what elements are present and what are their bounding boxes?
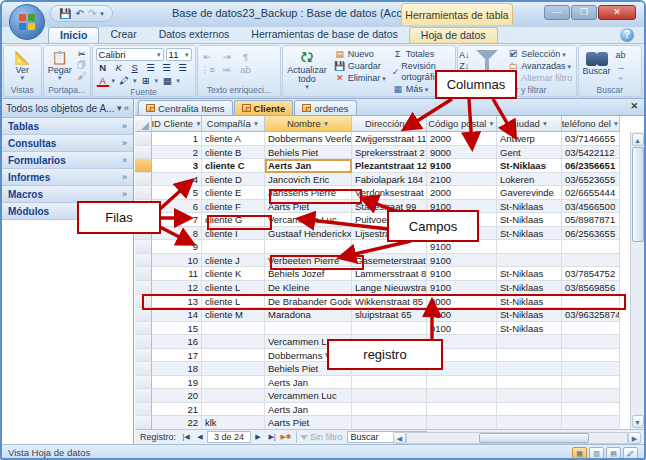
table-cell[interactable] <box>202 389 265 403</box>
table-cell[interactable]: Aerts Jan <box>265 403 352 417</box>
next-record-icon[interactable]: ▶ <box>251 431 265 443</box>
highlight-icon[interactable]: ab <box>239 63 253 76</box>
expand-chevron-icon[interactable]: » <box>122 172 127 182</box>
table-cell[interactable] <box>562 362 620 376</box>
sort-ascending-icon[interactable]: A↓ <box>458 49 470 60</box>
table-cell[interactable]: 17 <box>152 349 202 363</box>
table-cell[interactable]: 13 <box>152 295 202 309</box>
sidebar-item-formularios[interactable]: Formularios» <box>2 152 133 169</box>
row-selector[interactable] <box>135 389 152 403</box>
table-cell[interactable] <box>265 240 352 254</box>
table-cell[interactable]: 2 <box>152 146 202 160</box>
table-cell[interactable] <box>202 240 265 254</box>
table-cell[interactable]: cliente D <box>202 173 265 187</box>
scroll-left-icon[interactable]: ◀ <box>393 432 406 444</box>
document-tab-ordenes[interactable]: ordenes <box>294 100 356 115</box>
table-cell[interactable]: 16 <box>152 335 202 349</box>
horizontal-scroll-thumb[interactable] <box>479 433 589 443</box>
table-cell[interactable] <box>497 240 562 254</box>
table-cell[interactable] <box>497 254 562 268</box>
align-center-icon[interactable]: ☰ <box>160 61 174 74</box>
row-selector[interactable] <box>135 322 152 336</box>
table-cell[interactable]: cliente A <box>202 132 265 146</box>
table-cell[interactable]: 11 <box>152 267 202 281</box>
row-selector[interactable] <box>135 376 152 390</box>
table-cell[interactable]: Fabiolapark 184 <box>352 173 427 187</box>
table-cell[interactable] <box>427 389 497 403</box>
table-cell[interactable]: De Brabander Godeli <box>265 295 352 309</box>
table-cell[interactable]: 4 <box>152 173 202 187</box>
fill-color-icon[interactable]: 🖍 <box>117 74 131 87</box>
table-cell[interactable]: Vercammen Luc <box>265 389 352 403</box>
table-cell[interactable]: 21 <box>152 403 202 417</box>
cut-icon[interactable]: ✂ <box>76 48 88 59</box>
toggle-filter-button[interactable]: Alternar filtro <box>521 73 572 84</box>
bulleted-list-icon[interactable]: ≔ <box>220 63 234 76</box>
table-cell[interactable]: 9100 <box>427 322 497 336</box>
table-cell[interactable]: 03/5422112 <box>562 146 620 160</box>
table-cell[interactable] <box>562 376 620 390</box>
help-icon[interactable]: ? <box>620 28 634 42</box>
column-dropdown-icon[interactable]: ▼ <box>195 120 201 127</box>
row-selector[interactable] <box>135 295 152 309</box>
table-cell[interactable]: St-Niklaas <box>497 281 562 295</box>
table-cell[interactable] <box>352 322 427 336</box>
table-cell[interactable]: St-Niklaas <box>497 267 562 281</box>
table-cell[interactable]: Aerts Jan <box>265 376 352 390</box>
qat-dropdown-icon[interactable]: ▾ <box>100 10 104 18</box>
row-selector[interactable] <box>135 159 152 173</box>
previous-record-icon[interactable]: ◀ <box>193 431 207 443</box>
table-cell[interactable]: 22 <box>152 416 202 429</box>
table-cell[interactable]: Verbeeten Pierre <box>265 254 352 268</box>
table-cell[interactable]: sluipstraat 65 <box>352 308 427 322</box>
table-cell[interactable]: 18 <box>152 362 202 376</box>
select-icon[interactable]: ⌖ <box>615 73 627 84</box>
table-cell[interactable] <box>497 403 562 417</box>
filter-status[interactable]: Sin filtro <box>300 432 343 442</box>
column-header-id-cliente[interactable]: ID Cliente▼ <box>152 116 202 132</box>
table-cell[interactable]: 03/96325874 <box>562 308 620 322</box>
table-cell[interactable]: Lammersstraat 89 <box>352 267 427 281</box>
save-record-button[interactable]: Guardar <box>348 61 381 72</box>
paste-button[interactable]: 📋 Pegar▾ <box>44 46 76 81</box>
close-button[interactable]: ✕ <box>598 5 636 20</box>
document-tab-cliente[interactable]: Cliente <box>234 100 294 115</box>
table-cell[interactable]: cliente G <box>202 213 265 227</box>
table-cell[interactable]: Gasemeterstraat 1 <box>352 254 427 268</box>
table-cell[interactable] <box>202 349 265 363</box>
table-cell[interactable] <box>497 376 562 390</box>
table-cell[interactable]: 03/7146655 <box>562 132 620 146</box>
table-cell[interactable]: De Kleine <box>265 281 352 295</box>
scroll-up-icon[interactable]: ▲ <box>632 133 644 146</box>
decrease-indent-icon[interactable]: ⇤ <box>201 50 215 63</box>
save-icon[interactable]: 💾 <box>59 8 71 19</box>
more-button[interactable]: Más <box>406 84 423 95</box>
copy-icon[interactable]: 🗍 <box>76 59 88 70</box>
table-cell[interactable] <box>562 389 620 403</box>
table-cell[interactable]: 1 <box>152 132 202 146</box>
expand-chevron-icon[interactable]: » <box>122 155 127 165</box>
table-cell[interactable] <box>202 362 265 376</box>
table-cell[interactable]: 03/4566500 <box>562 200 620 214</box>
underline-button[interactable]: S <box>128 61 142 74</box>
table-cell[interactable]: 03/7854752 <box>562 267 620 281</box>
close-document-icon[interactable]: ✕ <box>630 101 638 111</box>
row-selector[interactable] <box>135 267 152 281</box>
row-selector[interactable] <box>135 281 152 295</box>
table-cell[interactable]: Maradona <box>265 308 352 322</box>
expand-chevron-icon[interactable]: » <box>122 138 127 148</box>
table-cell[interactable]: Lange Nieuwstraa <box>352 281 427 295</box>
table-cell[interactable]: 10 <box>152 254 202 268</box>
row-selector[interactable] <box>135 240 152 254</box>
table-cell[interactable]: cliente J <box>202 254 265 268</box>
table-cell[interactable]: 03/8569856 <box>562 281 620 295</box>
table-cell[interactable]: Vercammen Luc <box>265 213 352 227</box>
table-cell[interactable]: 12 <box>152 281 202 295</box>
table-cell[interactable]: cliente M <box>202 308 265 322</box>
table-cell[interactable]: Gaverevinde <box>497 186 562 200</box>
row-selector[interactable] <box>135 173 152 187</box>
table-cell[interactable] <box>562 403 620 417</box>
row-selector[interactable] <box>135 186 152 200</box>
column-header-dirección[interactable]: Dirección▼ <box>352 116 427 132</box>
table-cell[interactable] <box>352 240 427 254</box>
